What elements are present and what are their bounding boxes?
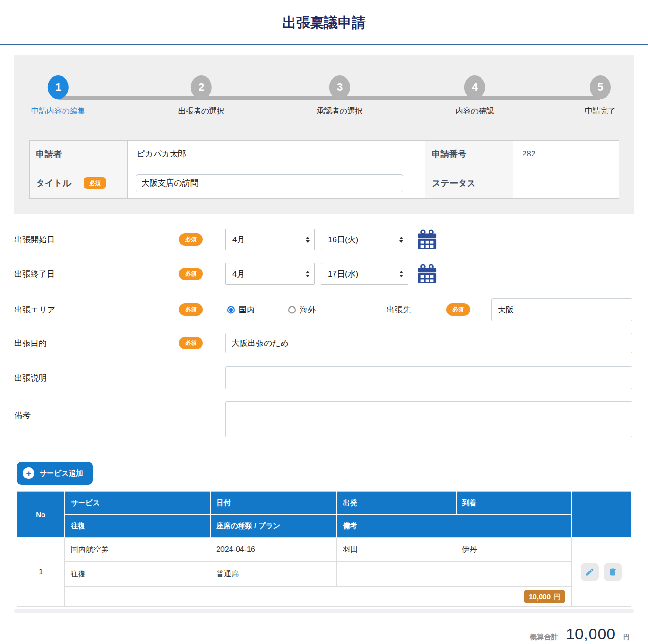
required-badge: 必須	[84, 177, 106, 189]
required-badge: 必須	[446, 303, 470, 316]
select-spinner-icon	[306, 237, 310, 243]
remarks-textarea[interactable]	[225, 401, 632, 437]
col-header-date: 日付	[210, 492, 337, 515]
row-arrival: 伊丹	[456, 538, 572, 562]
row-round-trip: 往復	[65, 562, 210, 587]
step-5-complete[interactable]: 5 申請完了	[585, 75, 616, 116]
start-day-value: 16日(火)	[328, 234, 358, 245]
destination-input[interactable]	[491, 298, 632, 321]
application-number-value: 282	[513, 141, 619, 167]
step-label: 承認者の選択	[317, 106, 363, 116]
required-badge: 必須	[179, 268, 203, 280]
end-date-calendar-button[interactable]	[417, 263, 437, 284]
select-spinner-icon	[306, 271, 310, 277]
radio-domestic-label: 国内	[239, 304, 255, 315]
service-table: No サービス 日付 出発 到着 往復 座席の種類 / プラン 備考 1 国内航…	[17, 491, 631, 607]
table-row: 10,000 円	[17, 587, 631, 607]
step-label: 出張者の選択	[178, 106, 224, 116]
destination-label: 出張先	[387, 304, 411, 315]
col-header-round-trip: 往復	[65, 515, 210, 538]
step-4-confirm[interactable]: 4 内容の確認	[456, 75, 494, 116]
step-label: 申請内容の編集	[31, 106, 85, 116]
header-panel: 1 申請内容の編集 2 出張者の選択 3 承認者の選択 4 内容の確認 5 申請…	[14, 55, 634, 214]
step-label: 申請完了	[585, 106, 616, 116]
step-3-approvers[interactable]: 3 承認者の選択	[317, 75, 363, 116]
total-value: 10,000	[566, 625, 616, 643]
pencil-icon	[585, 567, 595, 577]
step-circle: 1	[48, 75, 69, 99]
plus-icon: +	[23, 467, 34, 479]
end-day-value: 17日(水)	[328, 269, 358, 280]
delete-row-button[interactable]	[604, 563, 622, 581]
price-currency: 円	[554, 593, 561, 600]
start-month-value: 4月	[232, 234, 245, 245]
description-input[interactable]	[225, 366, 632, 389]
end-date-label: 出張終了日	[14, 269, 55, 280]
status-label: ステータス	[425, 167, 513, 199]
row-actions	[572, 538, 631, 607]
add-service-button[interactable]: + サービス追加	[17, 462, 93, 485]
applicant-label: 申請者	[29, 141, 128, 167]
col-header-arrival: 到着	[456, 492, 572, 515]
col-header-note: 備考	[337, 515, 572, 538]
col-header-service: サービス	[65, 492, 210, 515]
service-section: + サービス追加 No サービス 日付 出発 到着 往復 座席の種類 / プラン…	[17, 462, 631, 607]
trash-icon	[608, 567, 617, 577]
stepper: 1 申請内容の編集 2 出張者の選択 3 承認者の選択 4 内容の確認 5 申請…	[14, 71, 634, 127]
col-header-departure: 出発	[337, 492, 456, 515]
row-price-cell: 10,000 円	[65, 587, 572, 607]
title-divider	[0, 44, 648, 45]
start-day-select[interactable]: 16日(火)	[321, 229, 408, 250]
estimated-total: 概算合計 10,000 円	[0, 625, 630, 643]
price-badge: 10,000 円	[524, 590, 565, 603]
radio-selected-icon	[227, 306, 235, 313]
description-label: 出張説明	[14, 373, 47, 384]
col-header-actions	[572, 492, 631, 538]
title-input[interactable]	[136, 174, 403, 192]
radio-overseas[interactable]: 海外	[288, 304, 316, 315]
price-value: 10,000	[529, 593, 551, 600]
step-1-edit[interactable]: 1 申請内容の編集	[31, 75, 85, 116]
purpose-input[interactable]	[225, 333, 632, 353]
status-value	[513, 167, 619, 199]
row-seat-plan: 普通席	[210, 562, 337, 587]
required-badge: 必須	[179, 337, 203, 349]
step-label: 内容の確認	[456, 106, 494, 116]
radio-domestic[interactable]: 国内	[227, 304, 255, 315]
row-service: 国内航空券	[65, 538, 210, 562]
end-month-value: 4月	[232, 269, 245, 280]
step-circle: 4	[464, 75, 485, 99]
area-label: 出張エリア	[14, 304, 55, 315]
table-horizontal-scrollbar[interactable]	[14, 609, 634, 613]
step-2-travelers[interactable]: 2 出張者の選択	[178, 75, 224, 116]
radio-overseas-label: 海外	[300, 304, 316, 315]
required-badge: 必須	[179, 303, 203, 316]
step-circle: 3	[329, 75, 350, 99]
trip-form: 出張開始日 必須 4月 16日(火) 出張終了日 必須 4月	[14, 229, 634, 437]
select-spinner-icon	[399, 271, 403, 277]
start-month-select[interactable]: 4月	[225, 229, 315, 250]
applicant-table: 申請者 ピカパカ太郎 申請番号 282 タイトル 必須 ステータス	[29, 140, 619, 199]
calendar-icon	[417, 229, 437, 250]
row-date: 2024-04-16	[210, 538, 337, 562]
row-note	[337, 562, 572, 587]
step-circle: 2	[191, 75, 212, 99]
col-header-seat-plan: 座席の種類 / プラン	[210, 515, 337, 538]
title-label: タイトル	[36, 177, 72, 189]
start-date-label: 出張開始日	[14, 234, 55, 245]
edit-row-button[interactable]	[581, 563, 599, 581]
table-row: 1 国内航空券 2024-04-16 羽田 伊丹	[17, 538, 631, 562]
end-day-select[interactable]: 17日(水)	[321, 263, 408, 285]
purpose-label: 出張目的	[14, 338, 47, 349]
col-header-no: No	[17, 492, 65, 538]
total-label: 概算合計	[530, 633, 558, 642]
row-departure: 羽田	[337, 538, 456, 562]
remarks-label: 備考	[14, 410, 31, 421]
start-date-calendar-button[interactable]	[417, 229, 437, 250]
required-badge: 必須	[179, 233, 203, 246]
calendar-icon	[417, 263, 437, 284]
page-title: 出張稟議申請	[0, 13, 648, 32]
table-row: 往復 普通席	[17, 562, 631, 587]
add-service-label: サービス追加	[40, 469, 83, 478]
end-month-select[interactable]: 4月	[225, 263, 315, 285]
